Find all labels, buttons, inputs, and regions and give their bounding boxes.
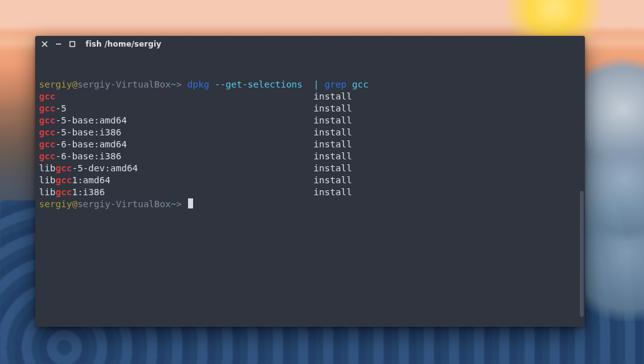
prompt-at: @ <box>72 79 77 89</box>
grep-match: gcc <box>55 175 72 185</box>
pkg-status: install <box>314 151 352 161</box>
terminal-window: fish /home/sergiy sergiy@sergiy-VirtualB… <box>35 36 585 327</box>
output-row: libgcc1:amd64 install <box>39 174 581 186</box>
cmd-bin2: grep <box>325 79 347 89</box>
cursor <box>188 198 193 208</box>
pkg-suffix: -5 <box>55 103 66 113</box>
cmd-option: --get-selections <box>214 79 303 89</box>
svg-rect-0 <box>70 42 75 47</box>
pkg-suffix: 1:amd64 <box>72 175 110 185</box>
output-row: gcc-6-base:amd64 install <box>39 139 581 151</box>
titlebar[interactable]: fish /home/sergiy <box>35 36 585 52</box>
maximize-icon[interactable] <box>68 40 77 48</box>
pkg-prefix: lib <box>39 187 55 197</box>
output-row: gcc install <box>39 91 581 103</box>
pkg-status: install <box>314 115 352 125</box>
pkg-status: install <box>314 163 352 173</box>
pipe-icon: | <box>314 79 319 89</box>
minimize-icon[interactable] <box>54 40 63 48</box>
prompt-host: sergiy-VirtualBox <box>77 199 170 209</box>
close-icon[interactable] <box>40 40 49 48</box>
grep-match: gcc <box>55 187 72 197</box>
pkg-status: install <box>314 139 352 149</box>
pkg-prefix: lib <box>39 175 55 185</box>
prompt-host: sergiy-VirtualBox <box>77 79 170 89</box>
pkg-suffix: -5-base:amd64 <box>55 115 127 125</box>
pkg-suffix: -6-base:i386 <box>55 151 121 161</box>
pkg-suffix: -5-base:i386 <box>55 127 121 137</box>
prompt-cwd: ~ <box>171 199 177 209</box>
terminal-body[interactable]: sergiy@sergiy-VirtualBox~> dpkg --get-se… <box>35 52 585 327</box>
window-title: fish /home/sergiy <box>86 40 162 48</box>
grep-match: gcc <box>39 103 55 113</box>
prompt-user: sergiy <box>39 79 72 89</box>
pkg-suffix: 1:i386 <box>72 187 104 197</box>
grep-match: gcc <box>39 91 55 101</box>
window-controls <box>39 40 77 48</box>
pkg-prefix: lib <box>39 163 55 173</box>
pkg-suffix: -5-dev:amd64 <box>72 163 138 173</box>
grep-match: gcc <box>39 151 55 161</box>
prompt-cwd: ~ <box>171 79 177 89</box>
prompt-arrow: > <box>176 199 187 209</box>
scrollbar[interactable] <box>580 191 584 317</box>
output-row: gcc-5 install <box>39 103 581 115</box>
pkg-status: install <box>314 187 352 197</box>
output-row: libgcc1:i386 install <box>39 186 581 198</box>
prompt-line[interactable]: sergiy@sergiy-VirtualBox~> <box>39 198 581 210</box>
grep-match: gcc <box>39 139 55 149</box>
command-line: sergiy@sergiy-VirtualBox~> dpkg --get-se… <box>39 79 581 91</box>
pkg-status: install <box>314 127 352 137</box>
output-row: gcc-6-base:i386 install <box>39 151 581 162</box>
output-row: gcc-5-base:amd64 install <box>39 115 581 127</box>
pkg-status: install <box>314 175 352 185</box>
grep-match: gcc <box>39 127 55 137</box>
pkg-status: install <box>314 103 352 113</box>
prompt-user: sergiy <box>39 199 72 209</box>
output-row: libgcc-5-dev:amd64 install <box>39 162 581 174</box>
pkg-status: install <box>314 91 352 101</box>
pkg-suffix: -6-base:amd64 <box>55 139 127 149</box>
output-row: gcc-5-base:i386 install <box>39 127 581 139</box>
prompt-at: @ <box>72 199 77 209</box>
grep-match: gcc <box>55 163 72 173</box>
terminal-output: sergiy@sergiy-VirtualBox~> dpkg --get-se… <box>39 79 581 210</box>
prompt-arrow: > <box>176 79 187 89</box>
cmd-bin: dpkg <box>187 79 209 89</box>
cmd-arg: gcc <box>352 79 369 89</box>
grep-match: gcc <box>39 115 55 125</box>
